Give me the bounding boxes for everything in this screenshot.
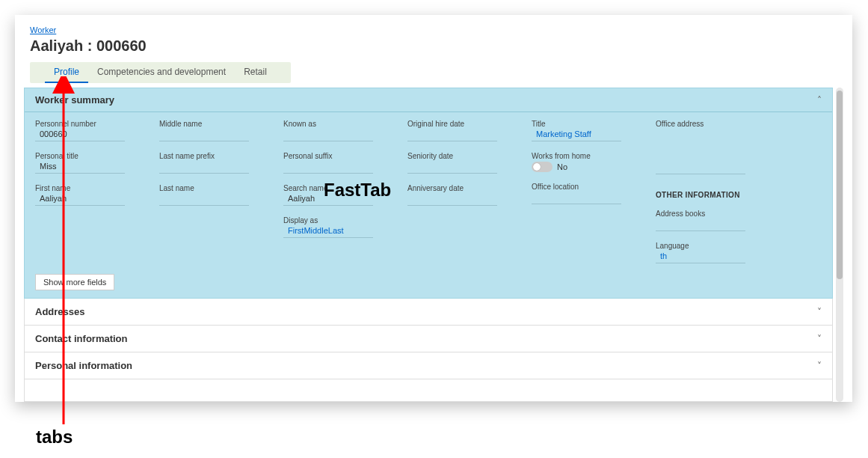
label-office-address: Office address	[656, 120, 798, 128]
value-search-name[interactable]: Aaliyah	[283, 194, 373, 206]
label-original-hire-date: Original hire date	[407, 120, 530, 128]
label-last-name-prefix: Last name prefix	[159, 152, 282, 160]
tab-retail[interactable]: Retail	[235, 62, 276, 83]
toggle-works-from-home[interactable]	[532, 162, 552, 172]
toggle-works-from-home-text: No	[557, 162, 567, 171]
col-3: Known as Personal suffix Search name Aal…	[283, 120, 406, 263]
value-first-name[interactable]: Aaliyah	[35, 194, 125, 206]
fasttab-body: FastTab Personnel number 000660 Personal…	[25, 112, 832, 268]
fasttab-worker-summary: Worker summary ˄ FastTab Personnel numbe…	[24, 88, 833, 299]
show-more-fields-button[interactable]: Show more fields	[35, 274, 114, 290]
chevron-down-icon: ˅	[817, 307, 822, 317]
chevron-up-icon: ˄	[817, 95, 822, 106]
value-known-as[interactable]	[283, 129, 373, 141]
tab-competencies[interactable]: Competencies and development	[88, 62, 235, 83]
value-last-name-prefix[interactable]	[159, 162, 249, 174]
page-title: Aaliyah : 000660	[15, 36, 852, 62]
fasttab-more-title	[35, 387, 38, 398]
label-seniority-date: Seniority date	[407, 152, 530, 160]
value-original-hire-date[interactable]	[407, 129, 497, 141]
label-address-books: Address books	[656, 210, 798, 218]
label-first-name: First name	[35, 184, 158, 192]
fasttab-header[interactable]: Worker summary ˄	[25, 88, 832, 112]
chevron-down-icon: ˅	[817, 361, 822, 371]
worker-page: Worker Aaliyah : 000660 Profile Competen…	[15, 15, 852, 402]
fasttab-personal-title: Personal information	[35, 360, 132, 371]
label-last-name: Last name	[159, 184, 282, 192]
value-seniority-date[interactable]	[407, 162, 497, 174]
scrollbar[interactable]	[836, 88, 843, 402]
value-personal-suffix[interactable]	[283, 162, 373, 174]
value-anniversary-date[interactable]	[407, 194, 497, 206]
tab-profile[interactable]: Profile	[45, 62, 88, 83]
col-1: Personnel number 000660 Personal title M…	[35, 120, 158, 263]
value-last-name[interactable]	[159, 194, 249, 206]
fasttab-addresses-title: Addresses	[35, 306, 84, 317]
col-2: Middle name Last name prefix Last name	[159, 120, 282, 263]
chevron-down-icon: ˅	[817, 334, 822, 344]
value-language[interactable]: th	[656, 251, 745, 263]
label-known-as: Known as	[283, 120, 406, 128]
col-4: Original hire date Seniority date Annive…	[407, 120, 530, 263]
label-language: Language	[656, 242, 798, 250]
value-office-location[interactable]	[532, 192, 621, 204]
label-middle-name: Middle name	[159, 120, 282, 128]
fasttab-addresses[interactable]: Addresses ˅	[24, 299, 833, 326]
value-address-books[interactable]	[656, 219, 745, 231]
fasttab-title: Worker summary	[35, 94, 114, 106]
tabs-row: Profile Competencies and development Ret…	[30, 62, 291, 83]
scrollbar-thumb[interactable]	[837, 91, 843, 279]
breadcrumb-worker[interactable]: Worker	[15, 25, 71, 34]
col-5: Title Marketing Staff Works from home No	[532, 120, 654, 263]
fasttab-contact-information[interactable]: Contact information ˅	[24, 326, 833, 352]
value-office-address[interactable]	[656, 129, 745, 174]
fasttab-personal-information[interactable]: Personal information ˅	[24, 352, 833, 379]
label-title: Title	[532, 120, 654, 128]
label-personnel-number: Personnel number	[35, 120, 158, 128]
label-office-location: Office location	[532, 183, 654, 191]
value-personal-title[interactable]: Miss	[35, 162, 125, 174]
label-search-name: Search name	[283, 184, 406, 192]
col-6: Office address OTHER INFORMATION Address…	[656, 120, 798, 263]
value-personnel-number[interactable]: 000660	[35, 129, 125, 141]
label-personal-title: Personal title	[35, 152, 158, 160]
annotation-tabs-label: tabs	[36, 427, 73, 448]
value-middle-name[interactable]	[159, 129, 249, 141]
label-personal-suffix: Personal suffix	[283, 152, 406, 160]
toggle-knob	[533, 163, 541, 171]
label-anniversary-date: Anniversary date	[407, 184, 530, 192]
fasttab-more[interactable]	[24, 379, 833, 402]
value-title[interactable]: Marketing Staff	[532, 129, 621, 141]
label-display-as: Display as	[283, 216, 406, 225]
label-works-from-home: Works from home	[532, 152, 654, 160]
section-other-information: OTHER INFORMATION	[656, 191, 798, 199]
value-display-as[interactable]: FirstMiddleLast	[283, 226, 373, 238]
fasttab-contact-title: Contact information	[35, 333, 128, 344]
